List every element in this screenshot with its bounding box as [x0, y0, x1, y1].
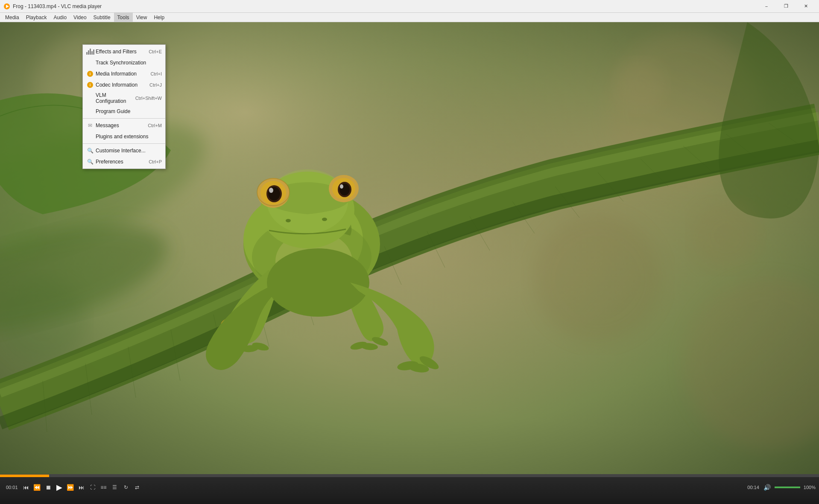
menu-item-vlm-config[interactable]: VLM Configuration Ctrl+Shift+W: [83, 90, 165, 106]
volume-bar[interactable]: [775, 487, 800, 488]
codec-orange-icon: i: [87, 82, 93, 88]
volume-area: 🔊 100%: [762, 482, 816, 493]
codec-info-shortcut: Ctrl+J: [149, 82, 162, 87]
svg-point-63: [692, 201, 760, 270]
svg-point-56: [322, 218, 327, 221]
effects-icon: [86, 48, 94, 55]
preferences-label: Preferences: [96, 159, 145, 165]
menu-item-messages[interactable]: ✉ Messages Ctrl+M: [83, 120, 165, 131]
svg-point-64: [0, 214, 43, 257]
messages-label: Messages: [96, 122, 144, 128]
media-info-label: Media Information: [96, 71, 147, 77]
previous-button[interactable]: ⏮: [20, 482, 32, 493]
shuffle-button[interactable]: ⇄: [132, 482, 143, 493]
menu-video[interactable]: Video: [70, 13, 90, 22]
menu-item-program-guide[interactable]: Program Guide: [83, 106, 165, 117]
rewind-button[interactable]: ⏪: [32, 482, 43, 493]
vlm-config-shortcut: Ctrl+Shift+W: [135, 96, 162, 101]
customise-label: Customise Interface...: [96, 148, 158, 154]
menu-item-customise[interactable]: 🔍 Customise Interface...: [83, 145, 165, 156]
menu-item-codec-info[interactable]: i Codec Information Ctrl+J: [83, 79, 165, 90]
svg-point-7: [534, 214, 662, 342]
progress-bar-fill: [0, 475, 49, 477]
window-controls: − ❐ ✕: [757, 0, 816, 13]
vlm-config-icon: [86, 94, 94, 102]
track-sync-label: Track Synchronization: [96, 60, 158, 66]
svg-point-54: [340, 184, 343, 189]
vlm-config-label: VLM Configuration: [96, 92, 132, 104]
codec-info-icon: i: [86, 81, 94, 89]
controls-row: 00:01 ⏮ ⏪ ⏹ ▶ ⏩ ⏭ ⛶ ≡≡ ☰ ↻ ⇄ 00:14 🔊 100…: [0, 479, 819, 496]
menu-subtitle[interactable]: Subtitle: [90, 13, 114, 22]
menu-help[interactable]: Help: [150, 13, 168, 22]
app-icon: [3, 3, 10, 10]
window-title: Frog - 113403.mp4 - VLC media player: [13, 3, 757, 9]
menu-item-preferences[interactable]: 🔍 Preferences Ctrl+P: [83, 156, 165, 167]
customise-icon: 🔍: [86, 147, 94, 154]
menu-item-effects-filters[interactable]: Effects and Filters Ctrl+E: [83, 46, 165, 57]
menu-playback[interactable]: Playback: [23, 13, 50, 22]
playlist-button[interactable]: ☰: [109, 482, 120, 493]
fullscreen-button[interactable]: ⛶: [87, 482, 98, 493]
volume-percent: 100%: [804, 485, 816, 490]
media-info-shortcut: Ctrl+I: [150, 71, 162, 76]
fast-forward-button[interactable]: ⏩: [65, 482, 76, 493]
preferences-shortcut: Ctrl+P: [149, 159, 162, 164]
menu-item-media-info[interactable]: i Media Information Ctrl+I: [83, 68, 165, 79]
menu-item-track-sync[interactable]: Track Synchronization: [83, 57, 165, 68]
svg-point-55: [286, 219, 291, 222]
tools-dropdown-menu: Effects and Filters Ctrl+E Track Synchro…: [82, 44, 166, 169]
messages-icon: ✉: [86, 122, 94, 129]
time-current: 00:01: [6, 485, 18, 490]
minimize-button[interactable]: −: [757, 0, 776, 13]
menu-media[interactable]: Media: [2, 13, 23, 22]
plugins-label: Plugins and extensions: [96, 134, 158, 140]
svg-point-48: [269, 188, 273, 193]
next-button[interactable]: ⏭: [76, 482, 87, 493]
stop-button[interactable]: ⏹: [43, 482, 54, 493]
play-pause-button[interactable]: ▶: [54, 482, 65, 493]
info-orange-icon: i: [87, 71, 93, 77]
messages-shortcut: Ctrl+M: [148, 123, 162, 128]
menu-item-plugins[interactable]: Plugins and extensions: [83, 131, 165, 142]
restore-button[interactable]: ❐: [776, 0, 796, 13]
time-total: 00:14: [747, 485, 759, 490]
separator-2: [83, 143, 165, 144]
media-info-icon: i: [86, 70, 94, 78]
effects-filters-label: Effects and Filters: [96, 49, 145, 55]
plugins-icon: [86, 133, 94, 140]
menu-view[interactable]: View: [133, 13, 151, 22]
effects-filters-shortcut: Ctrl+E: [149, 49, 162, 54]
preferences-icon: 🔍: [86, 158, 94, 166]
codec-info-label: Codec Information: [96, 82, 146, 88]
separator-1: [83, 118, 165, 119]
program-guide-icon: [86, 108, 94, 115]
menu-audio[interactable]: Audio: [50, 13, 70, 22]
video-area: Effects and Filters Ctrl+E Track Synchro…: [0, 22, 819, 474]
extended-button[interactable]: ≡≡: [98, 482, 109, 493]
volume-fill: [775, 487, 800, 488]
loop-button[interactable]: ↻: [120, 482, 132, 493]
volume-icon[interactable]: 🔊: [762, 482, 773, 493]
controls-area: 00:01 ⏮ ⏪ ⏹ ▶ ⏩ ⏭ ⛶ ≡≡ ☰ ↻ ⇄ 00:14 🔊 100…: [0, 474, 819, 504]
menu-bar: Media Playback Audio Video Subtitle Tool…: [0, 13, 819, 22]
title-bar: Frog - 113403.mp4 - VLC media player − ❐…: [0, 0, 819, 13]
svg-point-62: [615, 61, 666, 112]
progress-bar[interactable]: [0, 475, 819, 477]
track-sync-icon: [86, 59, 94, 67]
menu-tools[interactable]: Tools: [114, 13, 133, 22]
program-guide-label: Program Guide: [96, 108, 158, 114]
close-button[interactable]: ✕: [796, 0, 816, 13]
svg-point-57: [267, 248, 369, 317]
